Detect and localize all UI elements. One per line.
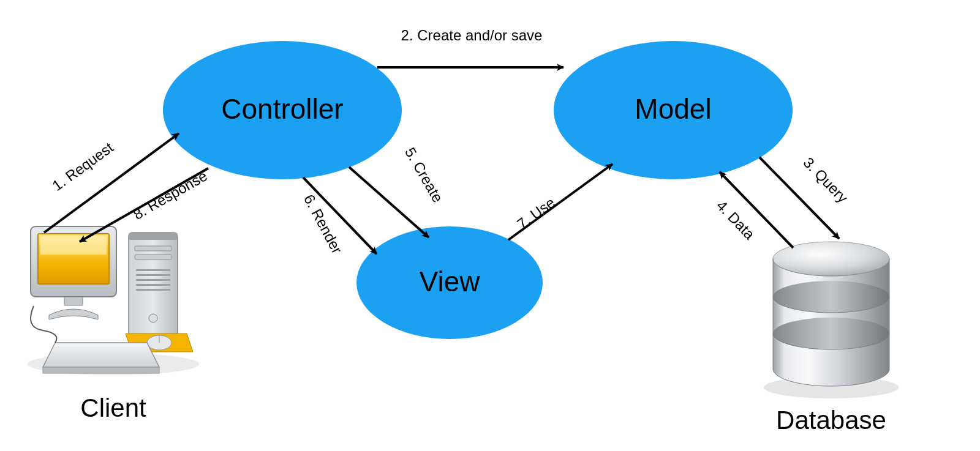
svg-point-13 xyxy=(149,314,157,322)
svg-rect-5 xyxy=(129,233,178,240)
client-caption: Client xyxy=(80,393,146,422)
controller-node: Controller xyxy=(163,41,402,179)
controller-label: Controller xyxy=(221,93,343,125)
edge-query-label: 3. Query xyxy=(800,154,851,206)
svg-rect-10 xyxy=(136,279,170,281)
svg-rect-11 xyxy=(136,284,170,286)
edge-create-label: 5. Create xyxy=(402,144,447,205)
svg-rect-6 xyxy=(135,246,172,251)
edge-create-save-label: 2. Create and/or save xyxy=(401,27,543,43)
svg-rect-16 xyxy=(40,236,107,255)
view-label: View xyxy=(420,266,481,297)
edge-use-label: 7. Use xyxy=(514,194,558,233)
database-icon xyxy=(764,242,899,398)
view-node: View xyxy=(356,226,543,339)
model-label: Model xyxy=(635,93,711,125)
client-icon xyxy=(28,226,199,375)
model-node: Model xyxy=(554,41,793,179)
edge-response-label: 8. Response xyxy=(130,167,210,223)
edge-render-label: 6. Render xyxy=(301,192,345,256)
svg-rect-8 xyxy=(136,269,170,271)
svg-rect-17 xyxy=(64,297,83,305)
svg-rect-12 xyxy=(136,289,170,291)
svg-rect-7 xyxy=(135,255,172,259)
svg-rect-9 xyxy=(136,274,170,276)
database-caption: Database xyxy=(776,406,886,434)
